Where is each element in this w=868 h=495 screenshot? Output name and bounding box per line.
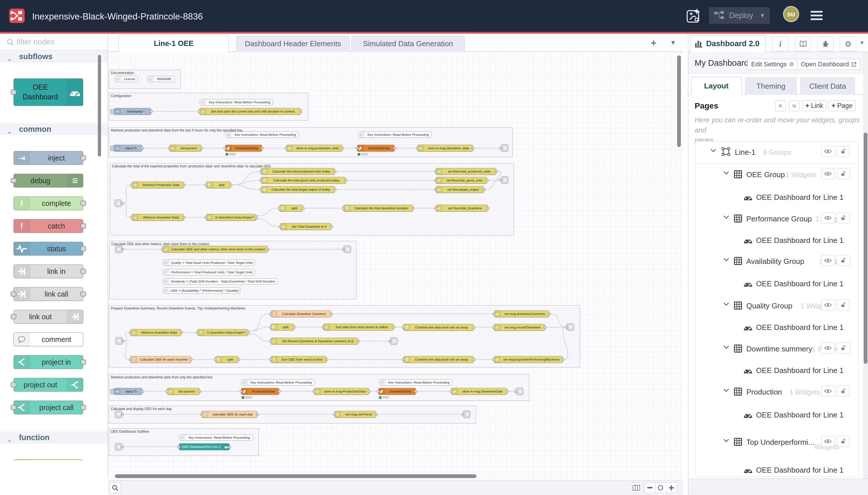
edit-settings-button[interactable]: Edit Settings⚙ — [747, 59, 798, 70]
flow-node-sqlite[interactable]: ProductionData — [241, 388, 279, 395]
palette-node-catch[interactable]: !catch — [14, 219, 83, 233]
flow-node-change[interactable]: ⇄Set params — [167, 388, 200, 395]
add-page-button[interactable]: +Page — [828, 101, 856, 111]
comment-node[interactable]: Key Instructions: Read Before Proceeding — [358, 132, 432, 138]
tab-info[interactable]: i — [772, 37, 788, 51]
comment-node[interactable]: Key Instructions: Read Before Proceeding — [179, 434, 253, 441]
link-out-node[interactable] — [501, 176, 508, 184]
visibility-toggle-button[interactable] — [821, 436, 834, 447]
flow-node-change[interactable]: ⇄Set Recent Downtime & Downtime summery … — [271, 338, 358, 344]
flow-tab-Simulated-Data-Generation[interactable]: Simulated Data Generation — [351, 36, 465, 52]
flow-node-switch[interactable]: Is Downtime Data Empty? — [197, 329, 248, 336]
palette-node-project-call[interactable]: project call — [14, 400, 83, 414]
inject-button[interactable] — [110, 389, 114, 394]
tree-row-group[interactable]: Quality Group1 Widgets — [695, 298, 858, 314]
comment-node[interactable]: Availavity = (Total Shift Duration - Tot… — [163, 278, 277, 285]
tab-dashboard-2[interactable]: Dashboard 2.0 — [690, 35, 766, 52]
sidebar-tabs-caret-icon[interactable]: ▼ — [860, 40, 865, 46]
comment-node[interactable]: Key Instructions: Read Before Proceeding — [226, 132, 298, 138]
palette-category-function[interactable]: ⌄function — [0, 431, 108, 444]
palette-node-project-in[interactable]: project in — [14, 355, 83, 369]
collapse-pages-button[interactable] — [775, 101, 786, 111]
zoom-reset-button[interactable] — [655, 483, 666, 493]
palette-node-comment[interactable]: comment — [14, 332, 83, 346]
flow-node-split[interactable]: split — [206, 182, 231, 188]
tree-row-widget[interactable]: OEE Dashboard for Line 1 — [695, 189, 858, 206]
flow-node-change[interactable]: ⇄set flow.total_produced_units — [436, 168, 496, 175]
sidebar-scrollbar-track[interactable] — [863, 52, 868, 495]
flow-node-split[interactable]: split — [279, 205, 303, 211]
node-red-logo-icon[interactable] — [9, 8, 25, 23]
flow-node-join[interactable]: Combine the data back into an array. — [403, 324, 474, 331]
comment-node[interactable]: License — [115, 76, 138, 82]
palette-category-subflows[interactable]: ⌄subflows — [0, 51, 108, 63]
visibility-toggle-button[interactable] — [821, 386, 834, 396]
chevron-down-icon[interactable] — [723, 171, 729, 175]
flow-node-sort[interactable]: ⇅Sort OEE from worst to best — [271, 356, 327, 363]
chevron-down-icon[interactable] — [723, 258, 729, 261]
chevron-down-icon[interactable] — [723, 345, 729, 349]
link-in-node[interactable] — [116, 337, 123, 344]
tree-row-widget[interactable]: OEE Dashboard for Line 1 — [695, 320, 858, 336]
flow-node-fn[interactable]: fcalculate OEE for each day — [202, 411, 258, 418]
flow-node-change[interactable]: ⇄set msg.oeeTrend — [334, 411, 376, 418]
chevron-down-icon[interactable] — [723, 388, 729, 392]
flow-node-sort[interactable]: ⇅Sort data from most recent to oldest — [323, 324, 394, 330]
tree-row-group[interactable]: Production1 Widgets — [695, 384, 858, 400]
lock-toggle-button[interactable] — [837, 212, 850, 223]
comment-node[interactable]: OEE = (Availability) * (Performance) * (… — [163, 287, 240, 294]
palette-node-inject[interactable]: ⇥inject — [14, 151, 83, 165]
comment-node[interactable]: README — [147, 76, 175, 82]
flow-node-fn[interactable]: fCalculate OEE for each machine — [130, 356, 191, 363]
deploy-options-caret-icon[interactable]: ▼ — [760, 12, 765, 19]
ai-assistant-icon[interactable] — [686, 8, 701, 24]
tree-row-widget[interactable]: OEE Dashboard for Line 1 — [695, 233, 858, 249]
open-dashboard-button[interactable]: Open Dashboard — [797, 59, 860, 70]
visibility-toggle-button[interactable] — [821, 255, 834, 266]
visibility-toggle-button[interactable] — [821, 343, 834, 354]
zoom-in-button[interactable] — [666, 483, 677, 493]
link-out-node[interactable] — [463, 411, 470, 418]
chevron-down-icon[interactable] — [723, 215, 729, 219]
palette-node-status[interactable]: status — [14, 242, 83, 256]
tree-row-group[interactable]: OEE Group1 Widgets — [695, 167, 858, 183]
flow-node-change[interactable]: ⇄store in msg.ProductionData — [314, 388, 369, 395]
link-out-node[interactable] — [344, 245, 351, 253]
lock-toggle-button[interactable] — [837, 146, 850, 157]
flow-group[interactable]: Retrieve production and downtime data fr… — [109, 374, 529, 401]
tree-row-widget[interactable]: OEE Dashboard for Line 1 — [695, 363, 858, 379]
flow-node-inject[interactable]: ⇥timestamp ¹ — [114, 108, 151, 115]
flow-node-join[interactable]: Calculate the total downtime duration — [343, 205, 413, 211]
expand-pages-button[interactable] — [789, 101, 799, 111]
visibility-toggle-button[interactable] — [821, 146, 834, 157]
flow-node-switch[interactable]: Is Downtime Data Empty? — [206, 214, 256, 221]
tab-client-data[interactable]: Client Data — [801, 78, 855, 95]
flow-node-change[interactable]: ⇄Set and store the current line and shif… — [199, 108, 301, 115]
flow-node-sqlite[interactable]: DowntimeData — [357, 145, 395, 152]
main-menu-icon[interactable] — [811, 11, 823, 22]
flow-node-change[interactable]: ⇄Set params — [169, 145, 202, 152]
link-out-node[interactable] — [390, 337, 398, 345]
palette-node-debug[interactable]: ≡debug — [14, 174, 83, 187]
flow-node-change[interactable]: ⇄set msg.recentDowntime — [494, 324, 545, 331]
tree-row-group[interactable]: Availability Group1 Widgets — [695, 254, 858, 270]
tree-row-group[interactable]: Downtime summery1 Widgets — [695, 341, 858, 357]
tree-row-widget[interactable]: OEE Dashboard for Line 1 — [695, 407, 858, 423]
flow-node-change[interactable]: ⇄Set Total Downtime to 0 — [280, 223, 331, 230]
comment-node[interactable]: Key Instructions: Read Before Proceeding — [379, 379, 452, 386]
tab-layout[interactable]: Layout — [691, 77, 742, 95]
flow-node-change[interactable]: ⇄set flow.total_good_units — [436, 177, 487, 184]
flow-node-sqlite[interactable]: DowntimeData — [378, 388, 416, 395]
flow-node-join[interactable]: Calculate the total good units produced … — [261, 177, 346, 184]
palette-scrollbar[interactable] — [98, 55, 101, 156]
flow-node-join[interactable]: Calculate the total produced units today — [261, 168, 335, 175]
palette-node-project-out[interactable]: project out — [14, 378, 83, 392]
chevron-down-icon[interactable] — [710, 149, 716, 152]
flow-node-change[interactable]: ⇄set msg.downtimeSummery — [494, 310, 549, 317]
add-link-button[interactable]: +Link — [802, 101, 827, 111]
lock-toggle-button[interactable] — [837, 168, 850, 179]
comment-node[interactable]: Performance = Total Produced Units / Tot… — [163, 269, 255, 275]
palette-category-common[interactable]: ⌄common — [0, 123, 108, 135]
canvas-vertical-scrollbar[interactable] — [677, 55, 681, 147]
comment-node[interactable]: Quality = Total Good Units Produced / To… — [163, 259, 255, 266]
